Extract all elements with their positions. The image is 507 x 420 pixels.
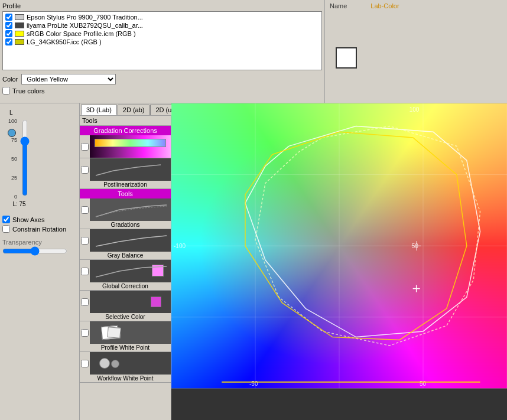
profile-swatch [15, 22, 24, 28]
gradation-corrections-header: Gradation Corrections [80, 126, 171, 135]
gradations-label: Gradations [80, 221, 171, 229]
gray-balance-label: Gray Balance [80, 252, 171, 259]
profile-item-checkbox[interactable] [5, 30, 12, 37]
postlinearization-checkbox[interactable] [81, 166, 89, 174]
name-key: Name [330, 2, 347, 9]
show-axes-checkbox[interactable] [2, 216, 10, 223]
slider-value: L: 75 [12, 201, 25, 207]
tab-3d-lab[interactable]: 3D (Lab) [81, 105, 117, 115]
profile-item-label: iiyama ProLite XUB2792QSU_calib_ar... [27, 22, 143, 29]
color-dropdown[interactable]: Golden YellowRedGreenBlueCyanMagenta [21, 74, 116, 84]
workflow-white-point-label: Workflow White Point [80, 375, 171, 382]
name-value: Lab-Color [370, 2, 399, 9]
slider-axis-label: L [9, 109, 13, 116]
gradation-corrections-checkbox[interactable] [81, 143, 89, 151]
tabs-bar: 3D (Lab) 2D (ab) 2D (uv) 2D (xy) [80, 103, 171, 116]
tools-section-label: Tools [80, 116, 171, 126]
profile-swatch [15, 14, 24, 20]
tick-50: 50 [11, 156, 17, 162]
global-correction-label: Global Correction [80, 282, 171, 290]
tick-100: 100 [8, 118, 17, 124]
profile-swatch [15, 39, 24, 45]
color-preview-box [336, 47, 357, 69]
color-label: Color [2, 76, 18, 83]
tick-75: 75 [11, 137, 17, 143]
profile-label: Profile [2, 2, 322, 9]
profile-list-item: Epson Stylus Pro 9900_7900 Tradition... [4, 13, 320, 21]
gray-balance-checkbox[interactable] [81, 237, 89, 245]
gradations-checkbox[interactable] [81, 206, 89, 214]
transparency-label: Transparency [2, 239, 77, 246]
profile-swatch [15, 31, 24, 37]
gradations-header: Tools [80, 189, 171, 198]
l-slider[interactable] [20, 119, 30, 196]
profile-white-point-checkbox[interactable] [81, 329, 89, 337]
profile-item-label: Epson Stylus Pro 9900_7900 Tradition... [27, 14, 143, 21]
selective-color-checkbox[interactable] [81, 298, 89, 306]
constrain-rotation-label: Constrain Rotation [12, 226, 66, 233]
profile-item-checkbox[interactable] [5, 38, 12, 45]
tick-25: 25 [11, 175, 17, 181]
profile-list-item: iiyama ProLite XUB2792QSU_calib_ar... [4, 21, 320, 30]
show-axes-label: Show Axes [12, 216, 44, 223]
selective-color-label: Selective Color [80, 313, 171, 321]
global-correction-checkbox[interactable] [81, 268, 89, 275]
profile-list: Epson Stylus Pro 9900_7900 Tradition... … [2, 11, 322, 70]
slider-thumb [8, 129, 16, 137]
profile-white-point-label: Profile White Point [80, 344, 171, 351]
transparency-slider[interactable] [2, 247, 67, 255]
profile-list-item: sRGB Color Space Profile.icm (RGB ) [4, 30, 320, 38]
tab-2d-ab[interactable]: 2D (ab) [118, 105, 150, 115]
profile-item-label: LG_34GK950F.icc (RGB ) [27, 38, 102, 45]
postlinearization-label: Postlinearization [80, 181, 171, 188]
profile-item-checkbox[interactable] [5, 22, 12, 29]
profile-item-checkbox[interactable] [5, 14, 12, 21]
true-colors-label: True colors [12, 87, 45, 95]
constrain-rotation-checkbox[interactable] [2, 225, 10, 233]
chart-area [171, 103, 507, 420]
profile-list-item: LG_34GK950F.icc (RGB ) [4, 38, 320, 46]
profile-item-label: sRGB Color Space Profile.icm (RGB ) [27, 30, 136, 37]
workflow-white-point-checkbox[interactable] [81, 360, 89, 367]
tick-0: 0 [14, 194, 17, 200]
true-colors-checkbox[interactable] [2, 87, 10, 95]
